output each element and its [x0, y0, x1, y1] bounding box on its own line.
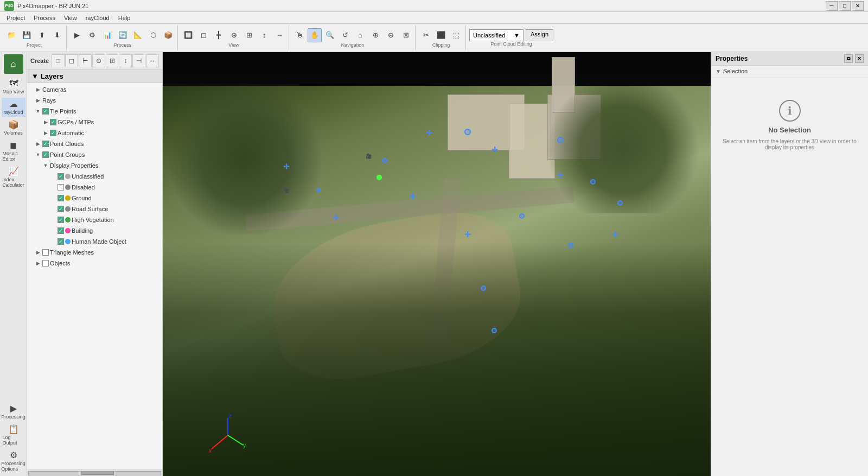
- viewport-3d[interactable]: ✛ ✛ ✛ ✛ ✛ ✛ ✛ ✛ x y z: [163, 52, 711, 476]
- unclassified-checkbox[interactable]: ✓: [58, 173, 64, 180]
- menu-raycloud[interactable]: rayCloud: [81, 14, 114, 22]
- human-made-checkbox[interactable]: ✓: [58, 238, 64, 245]
- scrollbar-thumb[interactable]: [81, 472, 114, 475]
- toolbar-view2[interactable]: ◻: [196, 28, 210, 42]
- layer-rays[interactable]: ▶ Rays: [27, 95, 162, 106]
- layer-human-made[interactable]: ▶ ✓ Human Made Object: [27, 236, 162, 247]
- toolbar-chart[interactable]: 📊: [100, 28, 114, 42]
- layer-high-vegetation[interactable]: ▶ ✓ High Vegetation: [27, 214, 162, 225]
- cameras-expander[interactable]: ▶: [35, 86, 41, 93]
- nav-item-volumes[interactable]: 📦 Volumes: [2, 118, 25, 138]
- create-btn-1[interactable]: □: [52, 54, 65, 67]
- toolbar-cursor[interactable]: 🖱: [292, 28, 307, 42]
- layer-ground[interactable]: ▶ ✓ Ground: [27, 193, 162, 204]
- toolbar-measure[interactable]: 📐: [131, 28, 145, 42]
- road-checkbox[interactable]: ✓: [58, 206, 64, 212]
- toolbar-view7[interactable]: ↔: [272, 28, 286, 42]
- display-properties-expander[interactable]: ▼: [42, 162, 49, 169]
- menu-project[interactable]: Project: [2, 14, 29, 22]
- building-checkbox[interactable]: ✓: [58, 227, 64, 234]
- properties-float-button[interactable]: ⧉: [844, 54, 853, 63]
- layer-road-surface[interactable]: ▶ ✓ Road Surface: [27, 204, 162, 214]
- minimize-button[interactable]: ─: [826, 1, 838, 11]
- objects-expander[interactable]: ▶: [35, 260, 41, 266]
- nav-item-processing-options[interactable]: ⚙ Processing Options: [2, 449, 25, 474]
- nav-item-index-calculator[interactable]: 📈 Index Calculator: [2, 165, 25, 190]
- ground-checkbox[interactable]: ✓: [58, 195, 64, 201]
- layer-point-clouds[interactable]: ▶ ✓ Point Clouds: [27, 138, 162, 149]
- layer-cameras[interactable]: ▶ Cameras: [27, 84, 162, 95]
- toolbar-upload[interactable]: ⬆: [35, 28, 49, 42]
- assign-button[interactable]: Assign: [526, 29, 553, 41]
- high-veg-checkbox[interactable]: ✓: [58, 217, 64, 223]
- disabled-checkbox[interactable]: [58, 184, 64, 191]
- close-button[interactable]: ✕: [852, 1, 864, 11]
- layer-unclassified[interactable]: ▶ ✓ Unclassified: [27, 171, 162, 182]
- menu-help[interactable]: Help: [114, 14, 135, 22]
- point-groups-checkbox[interactable]: ✓: [42, 151, 49, 158]
- create-btn-6[interactable]: ↕: [119, 54, 132, 67]
- toolbar-zoom[interactable]: 🔍: [323, 28, 337, 42]
- toolbar-home[interactable]: ⌂: [353, 28, 367, 42]
- automatic-expander[interactable]: ▶: [42, 130, 49, 136]
- objects-checkbox[interactable]: [42, 260, 49, 266]
- toolbar-clip2[interactable]: ⬛: [434, 28, 448, 42]
- layer-building[interactable]: ▶ ✓ Building: [27, 225, 162, 236]
- layer-disabled[interactable]: ▶ Disabled: [27, 182, 162, 193]
- toolbar-zoom-out[interactable]: ⊖: [384, 28, 398, 42]
- tri-meshes-checkbox[interactable]: [42, 249, 49, 256]
- toolbar-volume[interactable]: 📦: [161, 28, 175, 42]
- toolbar-pan[interactable]: ✋: [308, 28, 322, 42]
- rays-expander[interactable]: ▶: [35, 97, 41, 104]
- layer-tie-points[interactable]: ▼ ✓ Tie Points: [27, 106, 162, 117]
- toolbar-settings[interactable]: ⚙: [85, 28, 99, 42]
- classification-dropdown[interactable]: Unclassified ▼: [469, 29, 524, 41]
- nav-item-log-output[interactable]: 📋 Log Output: [2, 423, 25, 448]
- toolbar-mesh[interactable]: ⬡: [146, 28, 160, 42]
- toolbar-rotate[interactable]: ↺: [338, 28, 352, 42]
- toolbar-new[interactable]: 📁: [4, 28, 18, 42]
- point-groups-expander[interactable]: ▼: [35, 151, 41, 158]
- nav-item-mosaic-editor[interactable]: ◼ Mosaic Editor: [2, 139, 25, 164]
- layers-collapse-icon[interactable]: ▼: [31, 72, 39, 80]
- toolbar-refresh[interactable]: 🔄: [116, 28, 130, 42]
- toolbar-nav8[interactable]: ⊠: [399, 28, 413, 42]
- create-btn-4[interactable]: ⊙: [92, 54, 105, 67]
- automatic-checkbox[interactable]: ✓: [50, 130, 56, 136]
- tie-points-expander[interactable]: ▼: [35, 108, 41, 115]
- menu-process[interactable]: Process: [29, 14, 60, 22]
- layers-scrollbar[interactable]: [27, 469, 162, 476]
- nav-item-map-view[interactable]: 🗺 Map View: [2, 77, 25, 97]
- toolbar-clip3[interactable]: ⬚: [449, 28, 463, 42]
- toolbar-run[interactable]: ▶: [70, 28, 84, 42]
- nav-item-processing[interactable]: ▶ Processing: [2, 402, 25, 422]
- tri-meshes-expander[interactable]: ▶: [35, 249, 41, 256]
- toolbar-view6[interactable]: ↕: [257, 28, 271, 42]
- toolbar-view1[interactable]: 🔲: [181, 28, 195, 42]
- toolbar-download[interactable]: ⬇: [50, 28, 64, 42]
- toolbar-view4[interactable]: ⊕: [227, 28, 241, 42]
- layer-gcps[interactable]: ▶ ✓ GCPs / MTPs: [27, 117, 162, 128]
- layer-objects[interactable]: ▶ Objects: [27, 258, 162, 269]
- layer-point-groups[interactable]: ▼ ✓ Point Groups: [27, 149, 162, 160]
- layer-automatic[interactable]: ▶ ✓ Automatic: [27, 128, 162, 138]
- maximize-button[interactable]: □: [839, 1, 851, 11]
- toolbar-clip1[interactable]: ✂: [419, 28, 433, 42]
- scrollbar-track[interactable]: [28, 471, 161, 475]
- point-clouds-checkbox[interactable]: ✓: [42, 141, 49, 147]
- toolbar-view5[interactable]: ⊞: [242, 28, 256, 42]
- toolbar-zoom-in[interactable]: ⊕: [368, 28, 382, 42]
- toolbar-save[interactable]: 💾: [20, 28, 34, 42]
- toolbar-view3[interactable]: ╋: [212, 28, 226, 42]
- properties-close-button[interactable]: ✕: [855, 54, 864, 63]
- create-btn-5[interactable]: ⊞: [106, 54, 119, 67]
- layer-display-properties[interactable]: ▼ Display Properties: [27, 160, 162, 171]
- layer-triangle-meshes[interactable]: ▶ Triangle Meshes: [27, 247, 162, 258]
- create-btn-3[interactable]: ⊢: [79, 54, 92, 67]
- tie-points-checkbox[interactable]: ✓: [42, 108, 49, 115]
- gcps-checkbox[interactable]: ✓: [50, 119, 56, 125]
- menu-view[interactable]: View: [60, 14, 81, 22]
- selection-header[interactable]: ▼ Selection: [716, 68, 864, 74]
- nav-item-home[interactable]: ⌂: [4, 54, 23, 74]
- nav-item-raycloud[interactable]: ☁ rayCloud: [2, 98, 25, 117]
